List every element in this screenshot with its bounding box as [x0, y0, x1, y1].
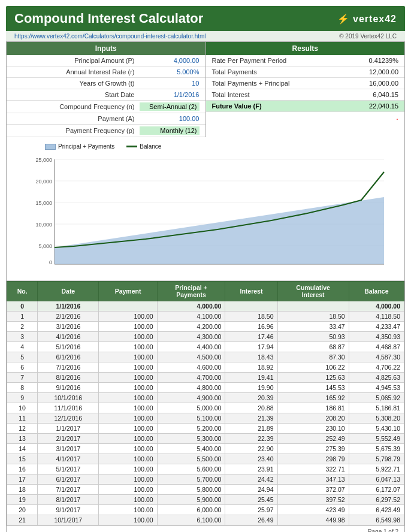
table-cell-col-date: 9/1/2016: [38, 383, 99, 393]
table-cell-col-principal-payments: 4,700.00: [157, 373, 225, 383]
table-cell-col-principal-payments: 5,900.00: [157, 495, 225, 505]
th-no: No.: [7, 282, 38, 301]
input-label-years: Years of Growth (t): [13, 80, 140, 87]
table-cell-col-cumulative-interest: 165.92: [277, 393, 349, 403]
input-row-principal: Principal Amount (P) 4,000.00: [7, 55, 206, 66]
table-cell-col-no: 11: [7, 413, 38, 424]
page-header: Compound Interest Calculator ⚡ vertex42: [6, 6, 405, 31]
th-principal-payments: Principal +Payments: [157, 282, 225, 301]
table-cell-col-balance: 6,297.52: [349, 495, 404, 505]
table-cell-col-no: 2: [7, 322, 38, 332]
table-cell-col-date: 11/1/2016: [38, 403, 99, 413]
table-row: 56/1/2016100.004,500.0018.4387.304,587.3…: [7, 352, 404, 362]
table-cell-col-payment: 100.00: [99, 383, 157, 393]
table-cell-col-balance: 6,549.98: [349, 515, 404, 525]
table-cell-col-date: 6/1/2016: [38, 352, 99, 362]
result-dot: ·: [206, 112, 405, 125]
table-cell-col-no: 14: [7, 444, 38, 454]
table-cell-col-interest: 18.50: [225, 312, 277, 322]
table-cell-col-balance: 4,468.87: [349, 342, 404, 352]
table-cell-col-balance: 5,065.92: [349, 393, 404, 403]
chart-svg: 25,000 20,000 15,000 10,000 5,000 0: [15, 153, 396, 273]
table-cell-col-date: 3/1/2016: [38, 322, 99, 332]
input-value-payment[interactable]: 100.00: [140, 115, 200, 122]
table-cell-col-date: 10/1/2016: [38, 393, 99, 403]
table-row: 34/1/2016100.004,300.0017.4650.934,350.9…: [7, 332, 404, 342]
table-cell-col-no: 8: [7, 383, 38, 393]
input-value-compound-freq[interactable]: Semi-Annual (2): [140, 102, 200, 111]
table-cell-col-date: 7/1/2016: [38, 362, 99, 373]
table-cell-col-payment: 100.00: [99, 413, 157, 424]
table-cell-col-interest: 20.88: [225, 403, 277, 413]
table-cell-col-date: 10/1/2017: [38, 515, 99, 525]
table-cell-col-principal-payments: 6,100.00: [157, 515, 225, 525]
result-value-future-value: 22,040.15: [350, 102, 398, 110]
main-content: Inputs Principal Amount (P) 4,000.00 Ann…: [6, 41, 405, 532]
table-cell-col-principal-payments: 5,500.00: [157, 454, 225, 464]
svg-text:15,000: 15,000: [35, 200, 52, 206]
table-cell-col-date: 1/1/2016: [38, 301, 99, 312]
table-cell-col-cumulative-interest: 372.07: [277, 485, 349, 495]
table-cell-col-no: 15: [7, 454, 38, 464]
table-cell-col-interest: 17.46: [225, 332, 277, 342]
th-interest: Interest: [225, 282, 277, 301]
table-cell-col-cumulative-interest: 186.81: [277, 403, 349, 413]
table-cell-col-no: 21: [7, 515, 38, 525]
input-value-rate[interactable]: 5.000%: [140, 68, 200, 75]
table-cell-col-principal-payments: 4,600.00: [157, 362, 225, 373]
table-cell-col-cumulative-interest: 18.50: [277, 312, 349, 322]
table-row: 78/1/2016100.004,700.0019.41125.634,825.…: [7, 373, 404, 383]
input-label-compound-freq: Compound Frequency (n): [13, 103, 140, 110]
table-row: 910/1/2016100.004,900.0020.39165.925,065…: [7, 393, 404, 403]
input-value-years[interactable]: 10: [140, 80, 200, 87]
table-cell-col-interest: 23.40: [225, 454, 277, 464]
table-row: 165/1/2017100.005,600.0023.91322.715,922…: [7, 464, 404, 474]
input-value-start-date[interactable]: 1/1/2016: [140, 91, 200, 98]
table-cell-col-interest: 17.94: [225, 342, 277, 352]
table-cell-col-payment: 100.00: [99, 474, 157, 485]
table-cell-col-cumulative-interest: 397.52: [277, 495, 349, 505]
table-cell-col-payment: 100.00: [99, 424, 157, 434]
table-cell-col-cumulative-interest: 50.93: [277, 332, 349, 342]
table-cell-col-cumulative-interest: 33.47: [277, 322, 349, 332]
table-cell-col-balance: 6,047.13: [349, 474, 404, 485]
table-cell-col-no: 12: [7, 424, 38, 434]
table-cell-col-date: 1/1/2017: [38, 424, 99, 434]
svg-text:20,000: 20,000: [35, 179, 52, 185]
result-label-future-value: Future Value (F): [212, 102, 351, 110]
page-footer: Page 1 of 2: [7, 525, 404, 532]
table-cell-col-interest: 21.39: [225, 413, 277, 424]
table-cell-col-interest: 16.96: [225, 322, 277, 332]
table-cell-col-balance: 4,000.00: [349, 301, 404, 312]
table-cell-col-date: 2/1/2017: [38, 434, 99, 444]
table-row: 2110/1/2017100.006,100.0026.49449.986,54…: [7, 515, 404, 525]
table-cell-col-payment: 100.00: [99, 495, 157, 505]
result-label-rate: Rate Per Payment Period: [212, 57, 351, 64]
table-cell-col-interest: [225, 301, 277, 312]
table-cell-col-payment: 100.00: [99, 434, 157, 444]
table-cell-col-cumulative-interest: 423.49: [277, 505, 349, 515]
table-cell-col-balance: 4,350.93: [349, 332, 404, 342]
table-cell-col-no: 19: [7, 495, 38, 505]
header-url[interactable]: https://www.vertex42.com/Calculators/com…: [14, 33, 206, 40]
input-label-payment: Payment (A): [13, 115, 140, 122]
table-cell-col-interest: 25.97: [225, 505, 277, 515]
table-cell-col-principal-payments: 4,200.00: [157, 322, 225, 332]
input-value-principal[interactable]: 4,000.00: [140, 57, 200, 64]
table-cell-col-cumulative-interest: 208.20: [277, 413, 349, 424]
input-value-payment-freq[interactable]: Monthly (12): [140, 126, 200, 135]
result-label-total-interest: Total Interest: [212, 91, 351, 98]
result-row-rate: Rate Per Payment Period 0.41239%: [206, 55, 405, 66]
legend-label-principal: Principal + Payments: [58, 143, 114, 150]
table-cell-col-principal-payments: 5,800.00: [157, 485, 225, 495]
table-cell-col-payment: 100.00: [99, 352, 157, 362]
table-cell-col-date: 5/1/2016: [38, 342, 99, 352]
table-cell-col-payment: [99, 301, 157, 312]
table-cell-col-balance: 4,587.30: [349, 352, 404, 362]
table-cell-col-balance: 4,118.50: [349, 312, 404, 322]
result-label-total-payments-principal: Total Payments + Principal: [212, 80, 351, 87]
table-row: 23/1/2016100.004,200.0016.9633.474,233.4…: [7, 322, 404, 332]
chart-legend: Principal + Payments Balance: [15, 143, 396, 150]
table-cell-col-principal-payments: 4,900.00: [157, 393, 225, 403]
table-cell-col-payment: 100.00: [99, 373, 157, 383]
